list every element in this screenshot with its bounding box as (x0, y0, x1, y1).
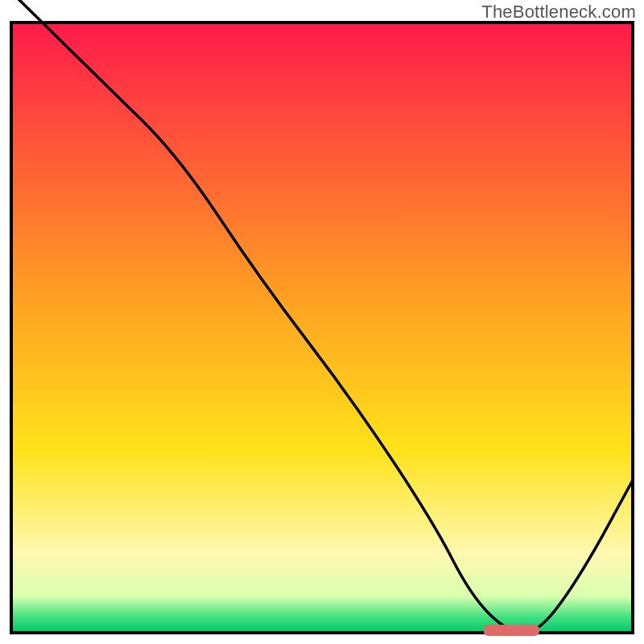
bottleneck-chart (0, 0, 644, 644)
svg-rect-0 (11, 23, 633, 633)
optimal-range-marker (484, 625, 539, 636)
plot-area (11, 23, 633, 633)
watermark: TheBottleneck.com (481, 2, 636, 23)
chart-container: { "watermark": "TheBottleneck.com", "cha… (0, 0, 644, 644)
